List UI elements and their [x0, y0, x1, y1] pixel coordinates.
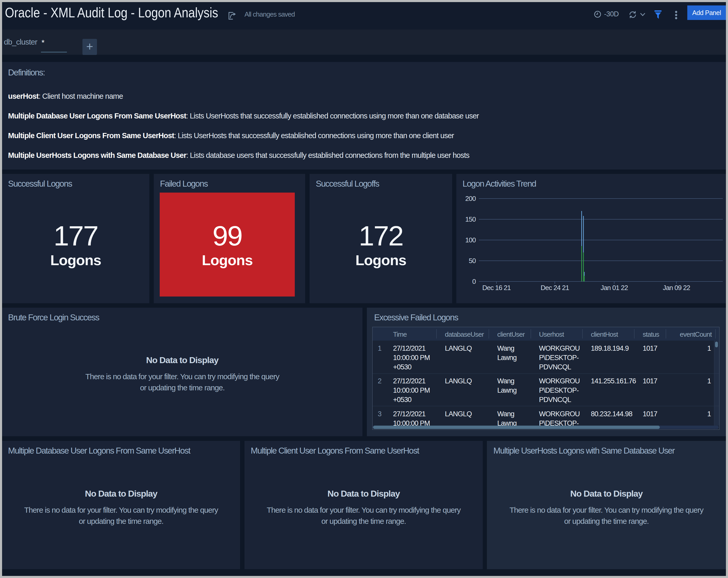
svg-text:Jan 01 22: Jan 01 22: [600, 284, 628, 292]
svg-text:150: 150: [465, 215, 476, 223]
svg-text:Dec 16 21: Dec 16 21: [482, 284, 511, 292]
svg-text:50: 50: [469, 257, 476, 265]
svg-text:100: 100: [465, 236, 476, 244]
svg-text:0: 0: [472, 278, 476, 285]
svg-text:200: 200: [465, 195, 476, 203]
svg-text:Dec 24 21: Dec 24 21: [541, 284, 569, 292]
svg-text:Jan 09 22: Jan 09 22: [663, 284, 690, 292]
